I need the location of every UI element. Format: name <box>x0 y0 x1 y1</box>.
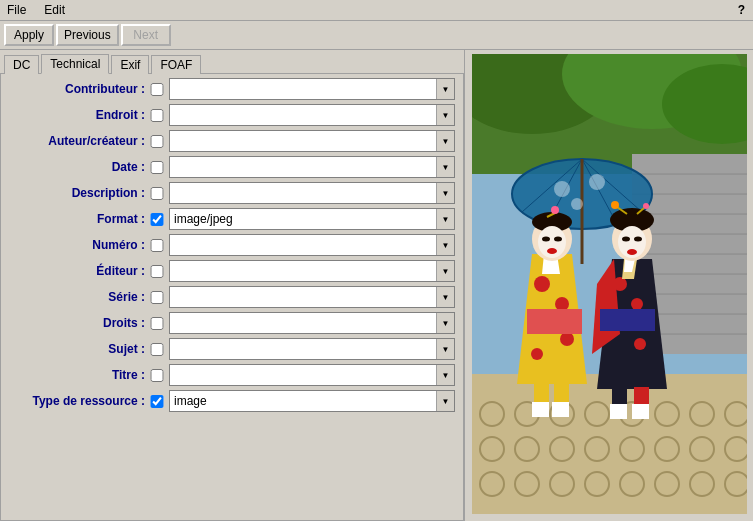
form-row-endroit: Endroit :▼ <box>9 104 455 126</box>
field-wrapper-format: ▼ <box>169 208 455 230</box>
svg-point-50 <box>571 198 583 210</box>
menu-help[interactable]: ? <box>734 2 749 18</box>
form-row-auteur: Auteur/créateur :▼ <box>9 130 455 152</box>
svg-point-52 <box>534 276 550 292</box>
form-row-contributeur: Contributeur :▼ <box>9 78 455 100</box>
label-contributeur: Contributeur : <box>9 82 149 96</box>
svg-rect-15 <box>472 374 747 514</box>
checkbox-type_ressource[interactable] <box>149 395 165 408</box>
form-row-editeur: Éditeur :▼ <box>9 260 455 282</box>
menu-edit[interactable]: Edit <box>41 2 68 18</box>
dropdown-btn-titre[interactable]: ▼ <box>436 365 454 385</box>
input-description[interactable] <box>170 183 436 203</box>
svg-rect-69 <box>532 402 549 417</box>
right-panel <box>465 50 753 521</box>
svg-point-48 <box>554 181 570 197</box>
apply-button[interactable]: Apply <box>4 24 54 46</box>
svg-rect-93 <box>632 404 649 419</box>
field-wrapper-editeur: ▼ <box>169 260 455 282</box>
label-auteur: Auteur/créateur : <box>9 134 149 148</box>
checkbox-auteur[interactable] <box>149 135 165 148</box>
tab-dc[interactable]: DC <box>4 55 39 74</box>
dropdown-btn-date[interactable]: ▼ <box>436 157 454 177</box>
field-wrapper-serie: ▼ <box>169 286 455 308</box>
input-sujet[interactable] <box>170 339 436 359</box>
checkbox-sujet[interactable] <box>149 343 165 356</box>
dropdown-btn-auteur[interactable]: ▼ <box>436 131 454 151</box>
menu-left: File Edit <box>4 2 68 18</box>
label-titre: Titre : <box>9 368 149 382</box>
checkbox-droits[interactable] <box>149 317 165 330</box>
menu-file[interactable]: File <box>4 2 29 18</box>
dropdown-btn-type_ressource[interactable]: ▼ <box>436 391 454 411</box>
svg-point-66 <box>551 206 559 214</box>
checkbox-contributeur[interactable] <box>149 83 165 96</box>
tab-foaf[interactable]: FOAF <box>151 55 201 74</box>
svg-rect-70 <box>552 402 569 417</box>
input-droits[interactable] <box>170 313 436 333</box>
tab-bar: DC Technical Exif FOAF <box>0 50 464 73</box>
field-wrapper-droits: ▼ <box>169 312 455 334</box>
form-row-format: Format :▼ <box>9 208 455 230</box>
svg-point-84 <box>622 237 630 242</box>
dropdown-btn-endroit[interactable]: ▼ <box>436 105 454 125</box>
previous-button[interactable]: Previous <box>56 24 119 46</box>
svg-point-56 <box>531 348 543 360</box>
checkbox-serie[interactable] <box>149 291 165 304</box>
checkbox-date[interactable] <box>149 161 165 174</box>
label-sujet: Sujet : <box>9 342 149 356</box>
form-row-numero: Numéro :▼ <box>9 234 455 256</box>
input-editeur[interactable] <box>170 261 436 281</box>
svg-point-53 <box>555 297 569 311</box>
input-format[interactable] <box>170 209 436 229</box>
field-wrapper-numero: ▼ <box>169 234 455 256</box>
dropdown-btn-description[interactable]: ▼ <box>436 183 454 203</box>
svg-rect-79 <box>600 309 655 331</box>
form-area: Contributeur :▼Endroit :▼Auteur/créateur… <box>0 73 464 521</box>
checkbox-format[interactable] <box>149 213 165 226</box>
svg-point-87 <box>611 201 619 209</box>
input-endroit[interactable] <box>170 105 436 125</box>
label-endroit: Endroit : <box>9 108 149 122</box>
input-numero[interactable] <box>170 235 436 255</box>
input-contributeur[interactable] <box>170 79 436 99</box>
dropdown-btn-numero[interactable]: ▼ <box>436 235 454 255</box>
checkbox-titre[interactable] <box>149 369 165 382</box>
form-row-type_ressource: Type de ressource :▼ <box>9 390 455 412</box>
checkbox-editeur[interactable] <box>149 265 165 278</box>
svg-rect-92 <box>610 404 627 419</box>
field-wrapper-date: ▼ <box>169 156 455 178</box>
input-date[interactable] <box>170 157 436 177</box>
dropdown-btn-editeur[interactable]: ▼ <box>436 261 454 281</box>
dropdown-btn-droits[interactable]: ▼ <box>436 313 454 333</box>
svg-point-62 <box>547 248 557 254</box>
toolbar: Apply Previous Next <box>0 21 753 50</box>
field-wrapper-titre: ▼ <box>169 364 455 386</box>
checkbox-numero[interactable] <box>149 239 165 252</box>
next-button[interactable]: Next <box>121 24 171 46</box>
field-wrapper-description: ▼ <box>169 182 455 204</box>
label-type_ressource: Type de ressource : <box>9 394 149 408</box>
input-type_ressource[interactable] <box>170 391 436 411</box>
input-serie[interactable] <box>170 287 436 307</box>
field-wrapper-type_ressource: ▼ <box>169 390 455 412</box>
form-row-date: Date :▼ <box>9 156 455 178</box>
checkbox-endroit[interactable] <box>149 109 165 122</box>
dropdown-btn-format[interactable]: ▼ <box>436 209 454 229</box>
tab-technical[interactable]: Technical <box>41 54 109 74</box>
svg-point-75 <box>634 338 646 350</box>
tab-exif[interactable]: Exif <box>111 55 149 74</box>
label-description: Description : <box>9 186 149 200</box>
checkbox-description[interactable] <box>149 187 165 200</box>
input-auteur[interactable] <box>170 131 436 151</box>
label-numero: Numéro : <box>9 238 149 252</box>
dropdown-btn-contributeur[interactable]: ▼ <box>436 79 454 99</box>
field-wrapper-endroit: ▼ <box>169 104 455 126</box>
form-row-serie: Série :▼ <box>9 286 455 308</box>
label-droits: Droits : <box>9 316 149 330</box>
dropdown-btn-sujet[interactable]: ▼ <box>436 339 454 359</box>
form-row-description: Description :▼ <box>9 182 455 204</box>
input-titre[interactable] <box>170 365 436 385</box>
dropdown-btn-serie[interactable]: ▼ <box>436 287 454 307</box>
svg-point-83 <box>627 249 637 255</box>
